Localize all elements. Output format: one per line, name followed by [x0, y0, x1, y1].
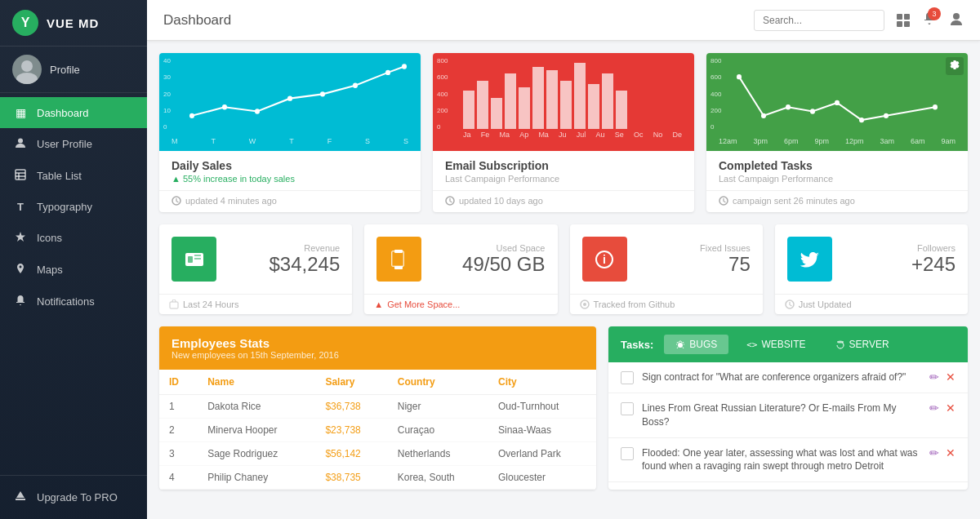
daily-sales-footer: updated 4 minutes ago [159, 190, 421, 212]
page-title: Dashboard [163, 12, 231, 29]
tasks-list: Sign contract for "What are conference o… [608, 362, 968, 482]
sidebar-logo: Y VUE MD [0, 0, 147, 47]
user-icon [12, 137, 29, 151]
svg-rect-38 [394, 266, 403, 269]
used-space-footer[interactable]: ▲ Get More Space... [364, 294, 557, 314]
upgrade-button[interactable]: Upgrade To PRO [12, 484, 135, 511]
icons-icon [12, 231, 29, 245]
cell-country: Curaçao [388, 419, 488, 442]
used-space-value: 49/50 GB [434, 253, 545, 276]
col-name: Name [198, 370, 315, 395]
svg-rect-36 [392, 251, 403, 266]
svg-point-21 [737, 74, 742, 79]
sidebar-item-label: User Profile [37, 138, 92, 150]
revenue-icon-box [172, 237, 216, 282]
task-checkbox[interactable] [621, 447, 634, 460]
svg-point-14 [287, 95, 292, 100]
svg-point-11 [189, 113, 194, 118]
sidebar-item-table-list[interactable]: Table List [0, 160, 147, 192]
sidebar-item-label: Icons [37, 232, 62, 244]
completed-tasks-chart: 800600 400200 0 [706, 53, 968, 151]
task-delete-icon[interactable]: ✕ [946, 370, 956, 384]
email-subscription-chart: 800600 400200 0 [433, 53, 694, 151]
task-text: Lines From Great Russian Literature? Or … [642, 401, 921, 429]
svg-marker-9 [16, 491, 24, 498]
sidebar-item-user-profile[interactable]: User Profile [0, 128, 147, 160]
task-checkbox[interactable] [621, 371, 634, 384]
svg-point-2 [18, 139, 23, 144]
completed-tasks-card: 800600 400200 0 [706, 53, 968, 212]
revenue-label: Revenue [229, 243, 340, 253]
svg-point-13 [255, 109, 260, 113]
sidebar-nav: ▦ Dashboard User Profile Table List T Ty… [0, 93, 147, 475]
logo-icon: Y [12, 10, 38, 36]
search-input[interactable] [754, 10, 884, 31]
tab-bugs[interactable]: BUGS [664, 335, 728, 354]
col-salary: Salary [315, 370, 387, 395]
dashboard-icon: ▦ [12, 106, 29, 119]
svg-rect-8 [16, 499, 25, 500]
email-subscription-subtitle: Last Campaign Performance [445, 174, 682, 184]
task-text: Sign contract for "What are conference o… [642, 370, 921, 384]
email-subscription-title: Email Subscription [445, 159, 682, 172]
task-item: Sign contract for "What are conference o… [608, 362, 968, 393]
task-delete-icon[interactable]: ✕ [946, 401, 956, 415]
sidebar-item-dashboard[interactable]: ▦ Dashboard [0, 97, 147, 128]
task-edit-icon[interactable]: ✏ [929, 370, 939, 384]
svg-point-23 [786, 104, 791, 109]
table-icon [12, 169, 29, 183]
fixed-issues-footer: Tracked from Github [570, 294, 763, 314]
task-delete-icon[interactable]: ✕ [946, 446, 956, 459]
used-space-label: Used Space [434, 243, 545, 253]
avatar [12, 55, 42, 84]
table-row: 3 Sage Rodriguez $56,142 Netherlands Ove… [159, 442, 596, 466]
table-row: 1 Dakota Rice $36,738 Niger Oud-Turnhout [159, 395, 596, 419]
svg-point-27 [884, 113, 889, 118]
task-item: Flooded: One year later, assessing what … [608, 438, 968, 483]
cell-salary: $56,142 [315, 442, 387, 466]
sidebar-item-icons[interactable]: Icons [0, 222, 147, 254]
sidebar-item-maps[interactable]: Maps [0, 254, 147, 286]
daily-sales-card: 4030 2010 0 [159, 53, 421, 212]
svg-point-44 [678, 343, 683, 348]
user-profile-icon[interactable] [949, 11, 964, 29]
email-subscription-card: 800600 400200 0 [433, 53, 694, 212]
sidebar-item-notifications[interactable]: Notifications [0, 286, 147, 317]
svg-marker-7 [16, 232, 25, 242]
followers-footer: Just Updated [775, 294, 968, 314]
svg-rect-34 [170, 302, 178, 308]
svg-point-24 [810, 109, 815, 113]
completed-tasks-subtitle: Last Campaign Performance [719, 174, 956, 184]
col-country: Country [388, 370, 488, 395]
sidebar-profile[interactable]: Profile [0, 47, 147, 93]
grid-view-icon[interactable] [897, 14, 910, 27]
sidebar-item-label: Notifications [37, 295, 95, 308]
svg-point-16 [353, 83, 358, 88]
fixed-issues-value: 75 [639, 253, 751, 276]
cell-city: Oud-Turnhout [488, 395, 596, 419]
sidebar-item-typography[interactable]: T Typography [0, 192, 147, 222]
bottom-row: Employees Stats New employees on 15th Se… [159, 326, 968, 490]
sidebar-item-label: Dashboard [37, 107, 89, 119]
main-content: Dashboard 3 [147, 0, 980, 519]
used-space-card: Used Space 49/50 GB ▲ Get More Space... [364, 224, 557, 314]
svg-point-45 [837, 341, 844, 344]
cell-name: Dakota Rice [198, 395, 315, 419]
employees-card: Employees Stats New employees on 15th Se… [159, 326, 596, 490]
task-checkbox[interactable] [621, 402, 634, 415]
cell-country: Korea, South [388, 466, 488, 490]
completed-tasks-footer: campaign sent 26 minutes ago [706, 190, 968, 212]
tab-website[interactable]: <> WEBSITE [735, 335, 817, 354]
cell-country: Niger [388, 395, 488, 419]
settings-icon[interactable] [946, 57, 964, 75]
daily-sales-chart: 4030 2010 0 [159, 53, 421, 151]
stats-row: Revenue $34,245 Last 24 Hours Used Space [159, 224, 968, 314]
cell-id: 3 [159, 442, 198, 466]
notification-bell-icon[interactable]: 3 [922, 11, 937, 29]
sidebar-item-label: Typography [37, 201, 92, 213]
brand-name: VUE MD [47, 16, 99, 30]
task-edit-icon[interactable]: ✏ [929, 401, 939, 415]
task-edit-icon[interactable]: ✏ [929, 446, 939, 459]
tab-server[interactable]: SERVER [824, 335, 901, 354]
cell-city: Gloucester [488, 466, 596, 490]
